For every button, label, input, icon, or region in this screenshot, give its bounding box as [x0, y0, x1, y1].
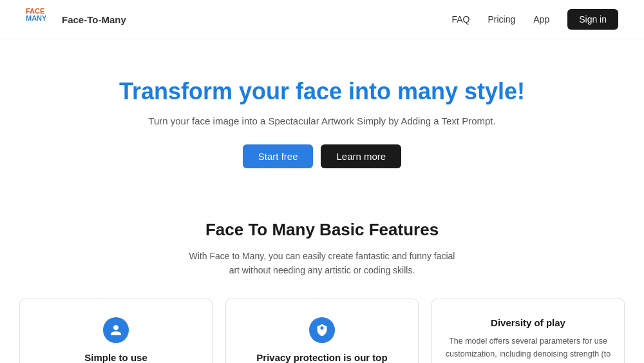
- hero-title: Transform your face into many style!: [13, 78, 631, 105]
- nav-app[interactable]: App: [533, 14, 549, 25]
- logo-brand-name: Face-To-Many: [62, 14, 126, 25]
- navbar: FACE MANY Face-To-Many FAQ Pricing App S…: [0, 0, 644, 39]
- simple-use-icon: [103, 317, 129, 343]
- privacy-icon: [309, 317, 335, 343]
- card-privacy-title: Privacy protection is our top priority: [239, 352, 405, 363]
- features-subtitle: With Face to Many, you can easily create…: [187, 249, 457, 278]
- logo-many-text: MANY: [26, 15, 57, 22]
- card-diversity-text: The model offers several parameters for …: [445, 335, 611, 363]
- features-title: Face To Many Basic Features: [13, 220, 631, 240]
- nav-pricing[interactable]: Pricing: [488, 14, 515, 25]
- logo[interactable]: FACE MANY Face-To-Many: [26, 8, 126, 31]
- nav-faq[interactable]: FAQ: [451, 14, 469, 25]
- nav-links: FAQ Pricing App Sign in: [451, 9, 618, 30]
- logo-icon: FACE MANY: [26, 8, 57, 31]
- hero-subtitle: Turn your face image into a Spectacular …: [13, 115, 631, 126]
- features-section: Face To Many Basic Features With Face to…: [0, 194, 644, 363]
- feature-card-privacy: Privacy protection is our top priority W…: [225, 299, 419, 363]
- card-simple-title: Simple to use: [33, 352, 199, 363]
- learn-more-button[interactable]: Learn more: [321, 144, 401, 168]
- start-free-button[interactable]: Start free: [243, 144, 314, 168]
- hero-section: Transform your face into many style! Tur…: [0, 39, 644, 194]
- feature-card-simple: Simple to use You only need to upload a …: [19, 299, 213, 363]
- hero-buttons: Start free Learn more: [13, 144, 631, 168]
- feature-cards-row: Simple to use You only need to upload a …: [13, 299, 631, 363]
- card-diversity-title: Diversity of play: [445, 317, 611, 328]
- feature-card-diversity: Diversity of play The model offers sever…: [431, 299, 625, 363]
- signin-button[interactable]: Sign in: [567, 9, 618, 30]
